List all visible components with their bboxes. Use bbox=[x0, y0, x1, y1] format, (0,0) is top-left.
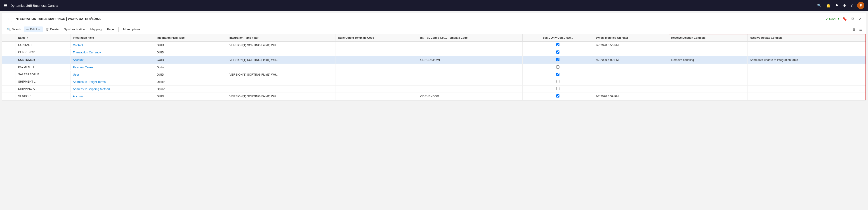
cell-resolve-deletion-conflicts bbox=[669, 86, 747, 93]
cell-integration-field[interactable]: Address 1: Freight Terms bbox=[70, 78, 154, 86]
integration-field-link[interactable]: Transaction Currency bbox=[73, 51, 101, 54]
table-container: Name ↑ Integration Field Integration Fie… bbox=[2, 34, 866, 100]
integration-field-link[interactable]: Address 1: Shipping Method bbox=[73, 87, 110, 91]
col-synch-only-coupled[interactable]: Syn... Only Cou... Rec... bbox=[523, 34, 593, 41]
synch-only-coupled-checkbox[interactable] bbox=[556, 72, 559, 76]
saved-indicator: ✓ SAVED bbox=[826, 17, 839, 21]
integration-field-link[interactable]: User bbox=[73, 73, 79, 76]
col-table-config-template[interactable]: Table Config Template Code bbox=[336, 34, 418, 41]
cell-table-config-template bbox=[336, 78, 418, 86]
settings-icon[interactable]: ⚙ bbox=[843, 3, 846, 8]
synchronization-button[interactable]: Synchronization bbox=[62, 27, 87, 32]
page-title: INTEGRATION TABLE MAPPINGS | WORK DATE: … bbox=[15, 17, 826, 21]
integration-field-link[interactable]: Payment Terms bbox=[73, 66, 93, 69]
top-nav-icons: 🔍 🔔 ⚑ ⚙ ? F bbox=[817, 2, 864, 9]
cell-synch-only-coupled[interactable] bbox=[523, 71, 593, 78]
cell-resolve-update-conflicts bbox=[747, 78, 866, 86]
app-title: Dynamics 365 Business Central bbox=[10, 4, 817, 7]
cell-synch-only-coupled[interactable] bbox=[523, 49, 593, 56]
cell-int-tbl-config-template: CDSCUSTOME bbox=[418, 56, 523, 64]
search-button[interactable]: 🔍 Search bbox=[5, 27, 23, 32]
top-nav: Dynamics 365 Business Central 🔍 🔔 ⚑ ⚙ ? … bbox=[0, 0, 868, 11]
cell-int-tbl-config-template bbox=[418, 49, 523, 56]
cell-synch-only-coupled[interactable] bbox=[523, 86, 593, 93]
cell-integration-field[interactable]: Account bbox=[70, 93, 154, 100]
cell-synch-modified-on bbox=[593, 49, 669, 56]
cell-integration-field[interactable]: Transaction Currency bbox=[70, 49, 154, 56]
col-int-tbl-config-template[interactable]: Int. Tbl. Config Cou... Template Code bbox=[418, 34, 523, 41]
cell-synch-only-coupled[interactable] bbox=[523, 41, 593, 49]
synch-only-coupled-checkbox[interactable] bbox=[556, 51, 559, 54]
cell-name: CUSTOMER ⋮ bbox=[16, 56, 70, 64]
col-integration-table-filter[interactable]: Integration Table Filter bbox=[227, 34, 335, 41]
col-resolve-update[interactable]: Resolve Update Conflicts bbox=[747, 34, 866, 41]
cell-integration-table-filter: VERSION(1) SORTING(Field1) WH... bbox=[227, 41, 335, 49]
cell-table-config-template bbox=[336, 49, 418, 56]
filter-icon[interactable]: ⊟ bbox=[852, 26, 857, 32]
cell-resolve-update-conflicts bbox=[747, 41, 866, 49]
cell-synch-modified-on: 7/7/2020 3:56 PM bbox=[593, 41, 669, 49]
cell-integration-field[interactable]: Contact bbox=[70, 41, 154, 49]
cell-integration-table-filter: VERSION(1) SORTING(Field1) WH... bbox=[227, 71, 335, 78]
col-arrow bbox=[2, 34, 16, 41]
help-icon[interactable]: ? bbox=[850, 3, 852, 7]
cell-synch-only-coupled[interactable] bbox=[523, 78, 593, 86]
cell-resolve-deletion-conflicts bbox=[669, 93, 747, 100]
synch-only-coupled-checkbox[interactable] bbox=[556, 80, 559, 83]
row-name-text: CUSTOMER bbox=[18, 58, 35, 62]
integration-mappings-table: Name ↑ Integration Field Integration Fie… bbox=[2, 34, 866, 100]
bell-icon[interactable]: 🔔 bbox=[826, 3, 831, 8]
integration-field-link[interactable]: Account bbox=[73, 58, 84, 62]
page-header: ← INTEGRATION TABLE MAPPINGS | WORK DATE… bbox=[2, 13, 866, 25]
cell-integration-field[interactable]: Account bbox=[70, 56, 154, 64]
cell-resolve-update-conflicts: Send data update to integration table bbox=[747, 56, 866, 64]
col-synch-modified-on[interactable]: Synch. Modified On Filter bbox=[593, 34, 669, 41]
saved-label: SAVED bbox=[829, 17, 839, 21]
cell-resolve-update-conflicts bbox=[747, 49, 866, 56]
open-new-icon[interactable]: ⧉ bbox=[850, 16, 855, 22]
cell-resolve-update-conflicts bbox=[747, 64, 866, 71]
cell-integration-table-filter bbox=[227, 78, 335, 86]
back-button[interactable]: ← bbox=[6, 16, 12, 22]
page-button[interactable]: Page bbox=[105, 27, 116, 32]
cell-table-config-template bbox=[336, 41, 418, 49]
cell-integration-field[interactable]: Payment Terms bbox=[70, 64, 154, 71]
cell-resolve-deletion-conflicts bbox=[669, 64, 747, 71]
delete-button[interactable]: 🗑 Delete bbox=[43, 27, 61, 32]
col-integration-field[interactable]: Integration Field bbox=[70, 34, 154, 41]
search-icon[interactable]: 🔍 bbox=[817, 3, 822, 8]
cell-integration-field[interactable]: Address 1: Shipping Method bbox=[70, 86, 154, 93]
flag-icon[interactable]: ⚑ bbox=[835, 3, 838, 8]
mapping-button[interactable]: Mapping bbox=[88, 27, 104, 32]
col-name[interactable]: Name ↑ bbox=[16, 34, 70, 41]
cell-name: SHIPPING A... bbox=[16, 86, 70, 92]
integration-field-link[interactable]: Contact bbox=[73, 43, 83, 47]
row-arrow-indicator: → bbox=[7, 58, 10, 62]
synch-only-coupled-checkbox[interactable] bbox=[556, 58, 559, 61]
synch-only-coupled-checkbox[interactable] bbox=[556, 43, 559, 47]
cell-synch-only-coupled[interactable] bbox=[523, 93, 593, 100]
synch-only-coupled-checkbox[interactable] bbox=[556, 87, 559, 90]
integration-field-link[interactable]: Address 1: Freight Terms bbox=[73, 80, 105, 84]
table-row: →CUSTOMER ⋮AccountGUIDVERSION(1) SORTING… bbox=[2, 56, 866, 64]
expand-icon[interactable]: ⤢ bbox=[858, 16, 862, 22]
cell-synch-only-coupled[interactable] bbox=[523, 56, 593, 64]
row-context-menu-icon[interactable]: ⋮ bbox=[36, 58, 40, 62]
synch-only-coupled-checkbox[interactable] bbox=[556, 94, 559, 97]
synch-only-coupled-checkbox[interactable] bbox=[556, 65, 559, 68]
cell-synch-only-coupled[interactable] bbox=[523, 64, 593, 71]
cell-integration-table-filter: VERSION(1) SORTING(Field1) WH... bbox=[227, 56, 335, 64]
app-grid-icon[interactable] bbox=[4, 4, 7, 7]
view-options-icon[interactable]: ☰ bbox=[858, 26, 863, 32]
cell-name: SHIPMENT ... bbox=[16, 78, 70, 85]
user-avatar[interactable]: F bbox=[857, 2, 864, 9]
cell-integration-field[interactable]: User bbox=[70, 71, 154, 78]
cell-name: PAYMENT T... bbox=[16, 64, 70, 70]
integration-field-link[interactable]: Account bbox=[73, 95, 84, 98]
col-integration-field-type[interactable]: Integration Field Type bbox=[154, 34, 227, 41]
col-resolve-deletion[interactable]: Resolve Deletion Conflicts bbox=[669, 34, 747, 41]
more-options-button[interactable]: More options bbox=[121, 27, 143, 32]
cell-resolve-update-conflicts bbox=[747, 71, 866, 78]
edit-list-button[interactable]: ✏ Edit List bbox=[24, 27, 43, 32]
bookmark-icon[interactable]: 🔖 bbox=[842, 16, 848, 22]
